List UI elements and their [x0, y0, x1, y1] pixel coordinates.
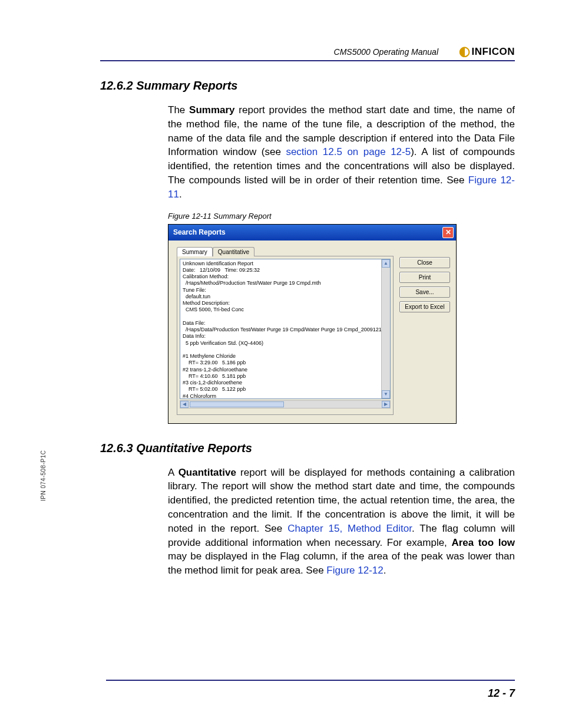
scroll-thumb[interactable] — [190, 401, 284, 407]
text-bold: Quantitative — [178, 467, 236, 478]
scroll-right-icon[interactable]: ▶ — [382, 401, 390, 408]
window-titlebar[interactable]: Search Reports ✕ — [168, 225, 456, 241]
link-figure-12-12[interactable]: Figure 12-12 — [326, 565, 383, 576]
tab-quantitative[interactable]: Quantitative — [213, 247, 254, 256]
report-text-area[interactable]: Unknown Identification Report Date: 12/1… — [180, 259, 391, 399]
tab-panel: Unknown Identification Report Date: 12/1… — [177, 256, 394, 415]
vertical-scrollbar[interactable]: ▲ ▼ — [381, 259, 390, 398]
text-bold: Area too low — [451, 537, 515, 548]
scroll-up-icon[interactable]: ▲ — [382, 259, 390, 268]
quantitative-reports-paragraph: A Quantitative report will be displayed … — [168, 466, 515, 578]
brand-name: INFICON — [472, 46, 515, 58]
scroll-left-icon[interactable]: ◀ — [180, 401, 189, 408]
page-header: CMS5000 Operating Manual ◐ INFICON — [100, 34, 515, 61]
text: . — [384, 565, 386, 576]
section-heading-quantitative-reports: 12.6.3 Quantitative Reports — [100, 442, 515, 455]
print-button[interactable]: Print — [399, 272, 450, 283]
text-bold: Summary — [189, 104, 234, 116]
export-to-excel-button[interactable]: Export to Excel — [399, 301, 450, 312]
save-button[interactable]: Save... — [399, 286, 450, 298]
close-icon[interactable]: ✕ — [442, 227, 454, 238]
section-heading-summary-reports: 12.6.2 Summary Reports — [100, 79, 515, 93]
window-title: Search Reports — [173, 228, 226, 236]
horizontal-scrollbar[interactable]: ◀ ▶ — [180, 400, 391, 409]
close-button[interactable]: Close — [399, 257, 450, 268]
report-content: Unknown Identification Report Date: 12/1… — [180, 259, 382, 399]
side-document-id: IPN 074-508-P1C — [40, 450, 47, 501]
doc-title: CMS5000 Operating Manual — [334, 47, 438, 57]
footer-rule — [106, 680, 515, 681]
link-section-12-5[interactable]: section 12.5 on page 12-5 — [286, 146, 411, 157]
search-reports-window: Search Reports ✕ Summary Quantitative Un… — [168, 224, 457, 424]
text: A — [168, 467, 178, 478]
scroll-down-icon[interactable]: ▼ — [382, 390, 390, 398]
text: . — [179, 189, 182, 200]
page-number: 12 - 7 — [488, 687, 515, 700]
link-chapter-15[interactable]: Chapter 15, Method Editor — [287, 523, 412, 534]
brand-logo: ◐ INFICON — [459, 46, 515, 58]
figure-caption: Figure 12-11 Summary Report — [168, 212, 515, 220]
text: The — [168, 104, 189, 116]
tab-summary[interactable]: Summary — [177, 247, 213, 256]
summary-reports-paragraph: The Summary report provides the method s… — [168, 103, 515, 202]
